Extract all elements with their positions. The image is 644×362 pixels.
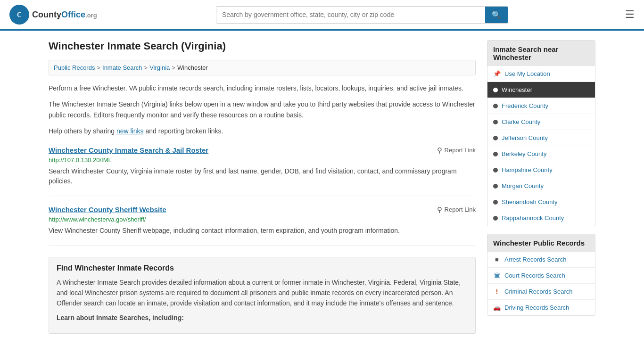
sidebar-item-label-shenandoah: Shenandoah County (502, 198, 589, 206)
sidebar-item-rappahannock[interactable]: Rappahannock County (487, 210, 595, 226)
record-entry-2: Winchester County Sheriff Website ⚲ Repo… (49, 206, 476, 246)
sidebar-dot-morgan (493, 184, 498, 189)
page-title: Winchester Inmate Search (Virginia) (49, 40, 476, 52)
main-container: Winchester Inmate Search (Virginia) Publ… (39, 31, 605, 343)
record-desc-2: View Winchester County Sheriff webpage, … (49, 226, 476, 236)
sidebar-item-label-frederick: Frederick County (502, 102, 589, 109)
hamburger-menu[interactable]: ☰ (625, 8, 635, 21)
breadcrumb-public-records[interactable]: Public Records (54, 64, 95, 71)
sidebar-item-label-arrest: Arrest Records Search (504, 256, 589, 263)
find-section-p1: A Winchester Inmate Search provides deta… (57, 277, 468, 309)
record-header-2: Winchester County Sheriff Website ⚲ Repo… (49, 206, 476, 214)
sidebar-item-label-court: Court Records Search (504, 272, 589, 279)
breadcrumb-virginia[interactable]: Virginia (149, 64, 170, 71)
sidebar-item-label-use-location: Use My Location (504, 70, 589, 77)
sidebar-dot-hampshire (493, 168, 498, 173)
sidebar-item-clarke[interactable]: Clarke County (487, 114, 595, 130)
record-url-2[interactable]: http://www.winchesterva.gov/sheriff/ (49, 216, 476, 223)
sidebar-dot-shenandoah (493, 200, 498, 205)
report-link-2[interactable]: ⚲ Report Link (437, 206, 476, 214)
sidebar-item-jefferson[interactable]: Jefferson County (487, 130, 595, 146)
record-url-1[interactable]: http://107.0.130.20/IML (49, 156, 476, 164)
breadcrumb-sep-2: > (144, 64, 148, 71)
breadcrumb-inmate-search[interactable]: Inmate Search (102, 64, 142, 71)
breadcrumb-current: Winchester (177, 64, 208, 71)
description-3: Help others by sharing new links and rep… (49, 126, 476, 136)
public-records-title: Winchester Public Records (487, 234, 595, 252)
sidebar-dot-rappahannock (493, 216, 498, 221)
sidebar-item-label-driving: Driving Records Search (504, 304, 589, 311)
sidebar-item-winchester[interactable]: Winchester (487, 82, 595, 98)
driving-records-icon: 🚗 (493, 304, 501, 311)
report-icon-1: ⚲ (437, 146, 442, 155)
search-bar: 🔍 (216, 6, 508, 24)
sidebar-item-label-jefferson: Jefferson County (502, 134, 589, 141)
sidebar-item-label-clarke: Clarke County (502, 118, 589, 125)
sidebar-item-morgan[interactable]: Morgan County (487, 178, 595, 194)
content-area: Winchester Inmate Search (Virginia) Publ… (49, 40, 476, 334)
sidebar-item-court-records[interactable]: 🏛 Court Records Search (487, 268, 595, 284)
search-button[interactable]: 🔍 (485, 7, 508, 23)
record-header-1: Winchester County Inmate Search & Jail R… (49, 146, 476, 155)
header: C CountyOffice.org 🔍 ☰ (0, 0, 644, 31)
sidebar: Inmate Search near Winchester 📌 Use My L… (487, 40, 595, 334)
find-section: Find Winchester Inmate Records A Winches… (49, 257, 476, 334)
sidebar-item-label-hampshire: Hampshire County (502, 166, 589, 173)
report-link-1[interactable]: ⚲ Report Link (437, 146, 476, 155)
sidebar-item-label-rappahannock: Rappahannock County (502, 214, 589, 222)
court-records-icon: 🏛 (493, 272, 501, 279)
arrest-records-icon: ■ (493, 256, 501, 263)
breadcrumb-sep-1: > (97, 64, 100, 71)
description-1: Perform a free Winchester, VA public inm… (49, 83, 476, 93)
sidebar-item-frederick[interactable]: Frederick County (487, 98, 595, 114)
svg-text:C: C (17, 11, 22, 18)
sidebar-dot-berkeley (493, 152, 498, 156)
record-desc-1: Search Winchester County, Virginia inmat… (49, 166, 476, 186)
sidebar-item-use-location[interactable]: 📌 Use My Location (487, 66, 595, 82)
new-links-link[interactable]: new links (116, 127, 144, 135)
location-pin-icon: 📌 (493, 70, 501, 77)
sidebar-item-arrest-records[interactable]: ■ Arrest Records Search (487, 252, 595, 268)
sidebar-item-shenandoah[interactable]: Shenandoah County (487, 194, 595, 210)
sidebar-item-label-winchester: Winchester (502, 86, 589, 93)
sidebar-item-driving-records[interactable]: 🚗 Driving Records Search (487, 300, 595, 315)
sidebar-dot-winchester (493, 88, 498, 92)
record-entry-1: Winchester County Inmate Search & Jail R… (49, 146, 476, 196)
nearby-card: Inmate Search near Winchester 📌 Use My L… (487, 40, 595, 226)
sidebar-dot-clarke (493, 120, 498, 124)
logo-text: CountyOffice.org (32, 10, 97, 20)
breadcrumb-sep-3: > (172, 64, 175, 71)
record-title-2[interactable]: Winchester County Sheriff Website (49, 206, 166, 214)
sidebar-dot-jefferson (493, 136, 498, 140)
sidebar-dot-frederick (493, 104, 498, 108)
criminal-records-icon: ! (493, 288, 501, 295)
find-section-title: Find Winchester Inmate Records (57, 264, 468, 272)
public-records-card: Winchester Public Records ■ Arrest Recor… (487, 234, 595, 316)
record-title-1[interactable]: Winchester County Inmate Search & Jail R… (49, 146, 208, 154)
report-icon-2: ⚲ (437, 206, 442, 214)
sidebar-item-label-berkeley: Berkeley County (502, 150, 589, 157)
logo-area: C CountyOffice.org (9, 5, 104, 25)
sidebar-item-label-morgan: Morgan County (502, 182, 589, 189)
search-icon: 🔍 (492, 11, 501, 19)
sidebar-item-label-criminal: Criminal Records Search (504, 288, 589, 295)
sidebar-item-criminal-records[interactable]: ! Criminal Records Search (487, 284, 595, 300)
breadcrumb: Public Records > Inmate Search > Virgini… (49, 60, 476, 75)
search-input[interactable] (216, 7, 485, 22)
logo-icon: C (9, 5, 29, 25)
learn-label: Learn about Inmate Searches, including: (57, 313, 468, 323)
nearby-title: Inmate Search near Winchester (487, 41, 595, 66)
sidebar-item-hampshire[interactable]: Hampshire County (487, 162, 595, 178)
sidebar-item-berkeley[interactable]: Berkeley County (487, 146, 595, 162)
description-2: The Winchester Inmate Search (Virginia) … (49, 99, 476, 120)
